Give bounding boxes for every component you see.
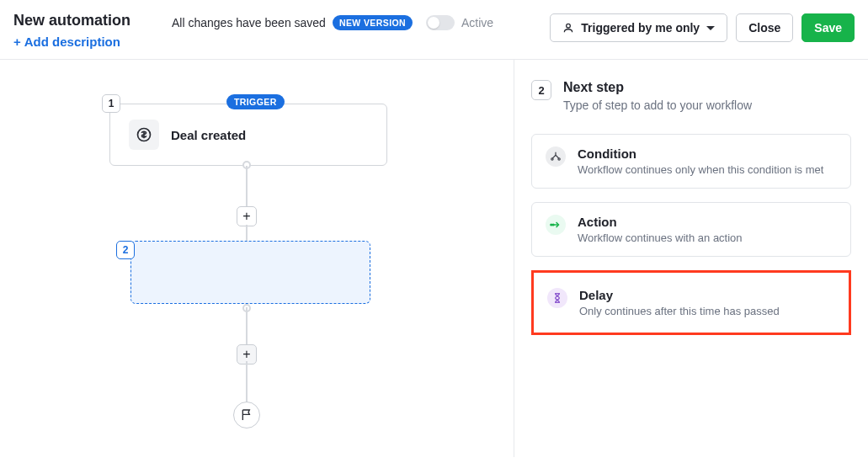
add-description-label: Add description — [24, 35, 120, 49]
save-button[interactable]: Save — [801, 13, 855, 42]
option-desc: Workflow continues with an action — [578, 232, 743, 244]
add-step-button[interactable]: + — [237, 206, 257, 226]
condition-icon — [546, 146, 566, 167]
chevron-down-icon — [706, 26, 715, 30]
visibility-label: Triggered by me only — [581, 21, 700, 35]
sidebar-step-number: 2 — [531, 80, 551, 100]
end-node — [233, 402, 260, 428]
option-action[interactable]: Action Workflow continues with an action — [531, 202, 851, 257]
close-label: Close — [748, 21, 780, 35]
svg-point-2 — [551, 158, 553, 160]
svg-point-4 — [551, 224, 552, 226]
version-badge: NEW VERSION — [333, 15, 413, 30]
option-title: Action — [578, 215, 743, 229]
svg-point-3 — [558, 158, 560, 160]
option-title: Delay — [579, 288, 780, 302]
connector-line — [246, 361, 248, 403]
option-delay[interactable]: Delay Only continues after this time has… — [531, 270, 851, 335]
option-desc: Only continues after this time has passe… — [579, 305, 780, 317]
svg-point-0 — [567, 24, 571, 28]
option-condition[interactable]: Condition Workflow continues only when t… — [531, 134, 851, 189]
trigger-node[interactable]: 1 TRIGGER Deal created — [109, 104, 387, 166]
header: New automation + Add description All cha… — [0, 0, 868, 60]
option-desc: Workflow continues only when this condit… — [578, 163, 823, 176]
active-label: Active — [461, 16, 493, 29]
save-label: Save — [814, 21, 842, 35]
svg-point-5 — [552, 224, 554, 226]
trigger-badge: TRIGGER — [226, 94, 285, 109]
deal-icon — [129, 120, 159, 150]
save-status: All changes have been saved — [172, 16, 326, 29]
connector-line — [246, 225, 248, 242]
action-icon — [546, 215, 566, 235]
sidebar-title: Next step — [563, 80, 752, 95]
close-button[interactable]: Close — [736, 13, 793, 42]
trigger-label: Deal created — [171, 128, 246, 142]
plus-icon: + — [13, 35, 21, 49]
visibility-dropdown[interactable]: Triggered by me only — [550, 13, 727, 42]
connector-line — [246, 307, 248, 346]
person-icon — [562, 22, 574, 34]
body: 1 TRIGGER Deal created + 2 + 2 Next step… — [0, 60, 868, 457]
step-badge-1: 1 — [102, 94, 120, 113]
delay-icon — [547, 288, 567, 308]
empty-step-node[interactable]: 2 — [130, 241, 370, 304]
sidebar: 2 Next step Type of step to add to your … — [514, 60, 868, 457]
option-title: Condition — [578, 146, 823, 161]
sidebar-subtitle: Type of step to add to your workflow — [563, 98, 752, 112]
page-title: New automation — [13, 12, 157, 29]
active-toggle[interactable] — [426, 15, 455, 30]
step-badge-2: 2 — [116, 241, 135, 259]
add-description-button[interactable]: + Add description — [13, 35, 157, 49]
workflow-canvas: 1 TRIGGER Deal created + 2 + — [0, 60, 514, 457]
